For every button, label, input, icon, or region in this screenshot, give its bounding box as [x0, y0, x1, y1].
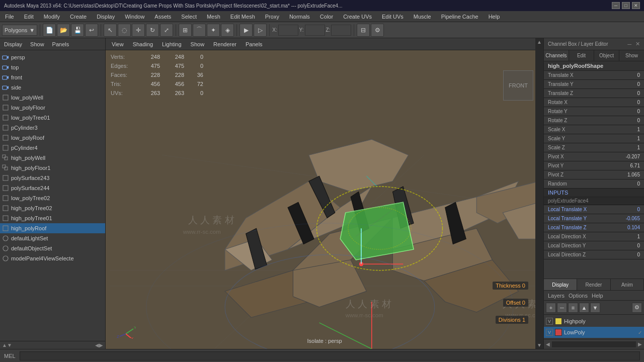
snap-surface-button[interactable]: ◈	[221, 24, 234, 37]
outliner-item-low_polyTree02[interactable]: low_polyTree02	[0, 193, 105, 203]
vp-menu-view[interactable]: View	[108, 38, 128, 50]
menu-normals[interactable]: Normals	[284, 11, 315, 22]
scale-tool[interactable]: ⤢	[160, 24, 173, 37]
vp-scroll-up[interactable]: ▲	[537, 39, 542, 45]
channel-translate-y[interactable]: Translate Y 0	[544, 80, 644, 89]
menu-edit-uvs[interactable]: Edit UVs	[377, 11, 409, 22]
vp-menu-panels[interactable]: Panels	[242, 38, 267, 50]
highpoly-visibility[interactable]: V	[546, 318, 553, 325]
menu-create-uvs[interactable]: Create UVs	[338, 11, 377, 22]
channel-local-translate-y[interactable]: Local Translate Y -0.065	[544, 214, 644, 223]
outliner-item-defaultObjectSet[interactable]: defaultObjectSet	[0, 243, 105, 253]
save-button[interactable]: 💾	[71, 24, 84, 37]
menu-display[interactable]: Display	[92, 11, 120, 22]
menu-color[interactable]: Color	[315, 11, 338, 22]
panels-menu[interactable]: Panels	[52, 41, 69, 47]
vp-scroll-down[interactable]: ▼	[537, 342, 542, 348]
menu-proxy[interactable]: Proxy	[260, 11, 284, 22]
close-button[interactable]: ✕	[632, 2, 640, 9]
channel-pivot-x[interactable]: Pivot X -0.207	[544, 152, 644, 161]
outliner-item-high_polyTree01[interactable]: high_polyTree01	[0, 213, 105, 223]
snap-curve-button[interactable]: ⌒	[193, 24, 206, 37]
layer-options-button[interactable]: ≡	[568, 303, 578, 313]
menu-pipeline-cache[interactable]: Pipeline Cache	[436, 11, 484, 22]
lowpoly-visibility[interactable]: V	[546, 329, 553, 336]
x-coord-input[interactable]	[278, 25, 298, 36]
rp-close-icon[interactable]: ✕	[635, 41, 640, 47]
outliner-item-high_polyTree02[interactable]: high_polyTree02	[0, 203, 105, 213]
channel-rotate-y[interactable]: Rotate Y 0	[544, 107, 644, 116]
rp-minimize-icon[interactable]: ─	[627, 41, 631, 47]
polygon-mode-dropdown[interactable]: Polygons ▼	[2, 25, 37, 36]
tab-channels[interactable]: Channels	[544, 50, 569, 61]
maximize-button[interactable]: □	[622, 2, 630, 9]
menu-window[interactable]: Window	[120, 11, 149, 22]
layers-option[interactable]: Layers	[548, 293, 565, 299]
menu-modify[interactable]: Modify	[39, 11, 65, 22]
channel-random[interactable]: Random 0	[544, 179, 644, 189]
command-input[interactable]	[20, 351, 640, 360]
layer-up-button[interactable]: ▲	[579, 303, 589, 313]
vp-menu-lighting[interactable]: Lighting	[158, 38, 186, 50]
z-coord-input[interactable]	[331, 25, 351, 36]
layer-down-button[interactable]: ▼	[590, 303, 600, 313]
outliner-item-low_polyWell[interactable]: low_polyWell	[0, 93, 105, 103]
new-scene-button[interactable]: 📄	[43, 24, 56, 37]
channel-local-direction-x[interactable]: Local Direction X 1	[544, 232, 644, 241]
channel-pivot-y[interactable]: Pivot Y 6.71	[544, 161, 644, 170]
menu-select[interactable]: Select	[176, 11, 202, 22]
tab-anim[interactable]: Anim	[611, 279, 644, 290]
open-button[interactable]: 📂	[57, 24, 70, 37]
channel-rotate-x[interactable]: Rotate X 0	[544, 98, 644, 107]
menu-file[interactable]: File	[0, 11, 19, 22]
channel-pivot-z[interactable]: Pivot Z 1.065	[544, 170, 644, 179]
undo-button[interactable]: ↩	[85, 24, 98, 37]
outliner-item-top[interactable]: top	[0, 62, 105, 72]
outliner-item-pCylinder4[interactable]: pCylinder4	[0, 143, 105, 153]
move-tool[interactable]: ✛	[132, 24, 145, 37]
channel-translate-x[interactable]: Translate X 0	[544, 71, 644, 80]
outliner-item-low_polyFloor[interactable]: low_polyFloor	[0, 103, 105, 113]
vp-menu-shading[interactable]: Shading	[129, 38, 157, 50]
help-option[interactable]: Help	[592, 293, 603, 299]
layer-highpoly[interactable]: V Highpoly	[544, 316, 644, 327]
menu-mesh[interactable]: Mesh	[202, 11, 225, 22]
y-coord-input[interactable]	[305, 25, 325, 36]
outliner-item-high_polyRoof[interactable]: high_polyRoof	[0, 223, 105, 233]
outliner-item-high_polyWell[interactable]: high_polyWell	[0, 153, 105, 163]
tab-render[interactable]: Render	[577, 279, 610, 290]
options-option[interactable]: Options	[569, 293, 588, 299]
show-menu[interactable]: Show	[30, 41, 44, 47]
menu-edit-mesh[interactable]: Edit Mesh	[225, 11, 260, 22]
outliner-item-modelPanel4ViewSelecte[interactable]: modelPanel4ViewSelecte	[0, 253, 105, 263]
layer-delete-button[interactable]: ─	[557, 303, 567, 313]
outliner-item-persp[interactable]: persp	[0, 52, 105, 62]
channel-local-direction-y[interactable]: Local Direction Y 0	[544, 241, 644, 250]
outliner-item-pCylinder3[interactable]: pCylinder3	[0, 123, 105, 133]
outliner-item-polySurface243[interactable]: polySurface243	[0, 173, 105, 183]
lasso-tool[interactable]: ◌	[118, 24, 131, 37]
channel-translate-z[interactable]: Translate Z 0	[544, 89, 644, 98]
menu-assets[interactable]: Assets	[149, 11, 176, 22]
menu-help[interactable]: Help	[484, 11, 505, 22]
snap-point-button[interactable]: ✦	[207, 24, 220, 37]
outliner-item-defaultLightSet[interactable]: defaultLightSet	[0, 233, 105, 243]
tab-edit[interactable]: Edit	[569, 50, 594, 61]
outliner-item-side[interactable]: side	[0, 82, 105, 93]
outliner-item-polySurface244[interactable]: polySurface244	[0, 183, 105, 193]
snap-grid-button[interactable]: ⊞	[179, 24, 192, 37]
channel-local-translate-x[interactable]: Local Translate X 0	[544, 205, 644, 214]
outliner-item-front[interactable]: front	[0, 72, 105, 82]
outliner-item-low_polyTree01[interactable]: low_polyTree01	[0, 113, 105, 123]
layer-lowpoly[interactable]: V LowPoly ✓	[544, 327, 644, 338]
minimize-button[interactable]: ─	[612, 2, 620, 9]
scroll-left-arrow[interactable]: ◀	[95, 342, 99, 348]
channel-scale-x[interactable]: Scale X 1	[544, 125, 644, 134]
ipr-button[interactable]: ▷	[254, 24, 267, 37]
scroll-up-arrow[interactable]: ▲	[2, 342, 7, 348]
scroll-right-arrow[interactable]: ▶	[99, 342, 103, 348]
show-hide-button[interactable]: ⊟	[357, 24, 370, 37]
channel-local-translate-z[interactable]: Local Translate Z 0.104	[544, 223, 644, 232]
viewport[interactable]: 人 人 素 材 www.rr-sc.com 人 人 素 材 www.rr-sc.…	[106, 50, 543, 349]
channel-scale-z[interactable]: Scale Z 1	[544, 143, 644, 152]
